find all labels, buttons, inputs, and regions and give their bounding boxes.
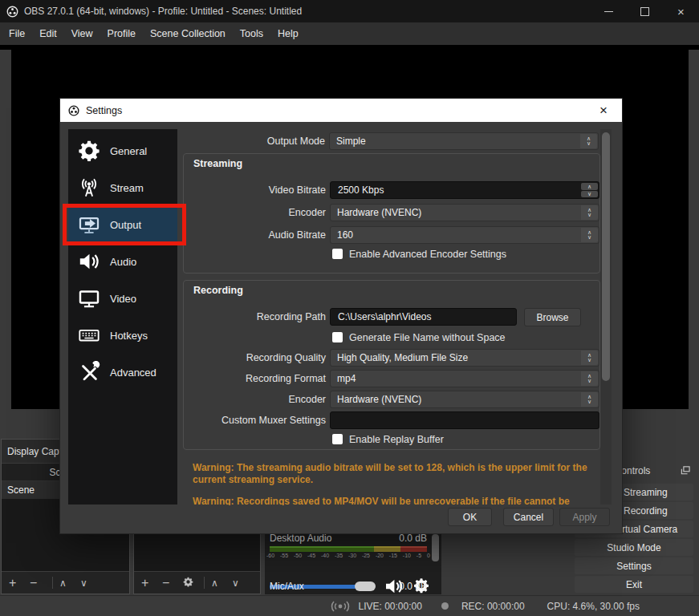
dropdown-chevrons-icon[interactable]: ∧∨ bbox=[580, 134, 597, 148]
move-source-up-button[interactable]: ∧ bbox=[211, 577, 232, 590]
sources-toolbar: + − ∧ ∨ bbox=[134, 571, 260, 594]
menu-item-help[interactable]: Help bbox=[270, 22, 306, 45]
rec-dot-icon bbox=[441, 602, 449, 610]
source-properties-gear-icon[interactable] bbox=[183, 577, 202, 590]
custom-muxer-label: Custom Muxer Settings bbox=[192, 411, 326, 429]
speaker-icon bbox=[78, 250, 100, 273]
window-controls: × bbox=[591, 0, 699, 22]
settings-dialog-titlebar: Settings × bbox=[60, 99, 622, 122]
output-mode-label: Output Mode bbox=[185, 132, 325, 150]
generate-filename-checkbox-label: Generate File Name without Space bbox=[349, 332, 506, 343]
recording-group-title: Recording bbox=[193, 285, 243, 296]
custom-muxer-input[interactable] bbox=[330, 411, 599, 429]
close-button[interactable]: × bbox=[663, 0, 699, 22]
close-icon: × bbox=[677, 6, 685, 18]
mic-aux-row: Mic/Aux 0.0 dB bbox=[270, 581, 427, 592]
move-source-down-button[interactable]: ∨ bbox=[232, 577, 253, 590]
replay-buffer-checkbox[interactable] bbox=[332, 434, 343, 444]
settings-dialog-title: Settings bbox=[86, 105, 122, 116]
recording-format-select[interactable]: mp4 ∧∨ bbox=[330, 370, 599, 387]
settings-button[interactable]: Settings bbox=[575, 557, 693, 574]
tools-icon bbox=[78, 361, 100, 383]
keyboard-icon bbox=[78, 324, 100, 346]
recording-quality-select[interactable]: High Quality, Medium File Size ∧∨ bbox=[330, 349, 599, 367]
dropdown-chevrons-icon[interactable]: ∧∨ bbox=[581, 392, 598, 407]
meter-green-segment bbox=[270, 546, 374, 552]
move-scene-down-button[interactable]: ∨ bbox=[80, 577, 101, 590]
menu-item-view[interactable]: View bbox=[64, 22, 100, 45]
desktop-audio-volume-meter bbox=[270, 546, 427, 552]
mic-aux-level: 0.0 dB bbox=[399, 581, 427, 592]
stream-encoder-select[interactable]: Hardware (NVENC) ∧∨ bbox=[330, 204, 599, 221]
dropdown-chevrons-icon[interactable]: ∧∨ bbox=[581, 205, 598, 220]
window-titlebar: OBS 27.0.1 (64-bit, windows) - Profile: … bbox=[0, 0, 699, 22]
status-bar: LIVE: 00:00:00 REC: 00:00:00 CPU: 4.6%, … bbox=[0, 595, 699, 616]
meter-yellow-segment bbox=[374, 546, 400, 552]
desktop-audio-label: Desktop Audio bbox=[270, 533, 331, 544]
advanced-encoder-checkbox[interactable] bbox=[332, 249, 343, 259]
dialog-scrollbar-thumb[interactable] bbox=[602, 132, 610, 381]
generate-filename-checkbox[interactable] bbox=[332, 332, 343, 342]
streaming-group: Streaming Video Bitrate 2500 Kbps ∧∨ Enc… bbox=[183, 153, 600, 274]
video-bitrate-label: Video Bitrate bbox=[192, 181, 326, 199]
recording-quality-label: Recording Quality bbox=[192, 349, 326, 367]
recording-path-input[interactable]: C:\Users\alphr\Videos bbox=[330, 308, 517, 326]
toolbar-separator bbox=[52, 577, 53, 589]
exit-button[interactable]: Exit bbox=[575, 576, 693, 593]
dropdown-chevrons-icon[interactable]: ∧∨ bbox=[581, 371, 598, 386]
menu-item-edit[interactable]: Edit bbox=[32, 22, 64, 45]
obs-logo-icon bbox=[6, 6, 18, 18]
cancel-button[interactable]: Cancel bbox=[503, 508, 554, 526]
sidebar-item-advanced[interactable]: Advanced bbox=[68, 356, 177, 388]
desktop-audio-level: 0.0 dB bbox=[399, 533, 427, 544]
recording-encoder-select[interactable]: Hardware (NVENC) ∧∨ bbox=[330, 391, 599, 408]
dropdown-chevrons-icon[interactable]: ∧∨ bbox=[581, 351, 598, 365]
sidebar-item-stream[interactable]: Stream bbox=[68, 172, 177, 204]
studio-mode-button[interactable]: Studio Mode bbox=[575, 539, 693, 556]
cpu-fps-stats: CPU: 4.6%, 30.00 fps bbox=[547, 601, 640, 612]
add-scene-button[interactable]: + bbox=[9, 577, 30, 590]
output-mode-select[interactable]: Simple ∧∨ bbox=[329, 132, 599, 150]
warning-audio-bitrate: Warning: The streaming audio bitrate wil… bbox=[193, 462, 598, 486]
audio-bitrate-select[interactable]: 160 ∧∨ bbox=[330, 226, 599, 244]
warnings-area: Warning: The streaming audio bitrate wil… bbox=[193, 462, 598, 505]
desktop-audio-row: Desktop Audio 0.0 dB bbox=[270, 533, 427, 544]
window-title: OBS 27.0.1 (64-bit, windows) - Profile: … bbox=[24, 6, 302, 17]
obs-main-window: OBS 27.0.1 (64-bit, windows) - Profile: … bbox=[0, 0, 699, 616]
sidebar-item-general[interactable]: General bbox=[68, 135, 177, 167]
ok-button[interactable]: OK bbox=[448, 508, 492, 526]
menu-item-tools[interactable]: Tools bbox=[233, 22, 270, 45]
meter-red-segment bbox=[400, 546, 427, 552]
maximize-button[interactable] bbox=[627, 0, 663, 22]
minimize-button[interactable] bbox=[591, 0, 627, 22]
sidebar-item-video[interactable]: Video bbox=[68, 282, 177, 314]
mixer-scrollbar[interactable] bbox=[432, 534, 439, 561]
spinner-buttons[interactable]: ∧∨ bbox=[581, 183, 598, 197]
minimize-icon bbox=[604, 11, 613, 12]
settings-dialog: Settings × General Stream Output Audio bbox=[60, 99, 622, 533]
add-source-button[interactable]: + bbox=[141, 577, 162, 590]
rec-time: REC: 00:00:00 bbox=[461, 601, 525, 612]
close-icon: × bbox=[599, 103, 608, 119]
move-scene-up-button[interactable]: ∧ bbox=[59, 577, 80, 590]
video-bitrate-input[interactable]: 2500 Kbps ∧∨ bbox=[330, 181, 599, 199]
dialog-close-button[interactable]: × bbox=[591, 99, 616, 122]
live-time: LIVE: 00:00:00 bbox=[358, 601, 421, 612]
menu-item-profile[interactable]: Profile bbox=[100, 22, 143, 45]
monitor-icon bbox=[78, 287, 100, 310]
menu-item-scene-collection[interactable]: Scene Collection bbox=[143, 22, 233, 45]
sidebar-item-audio[interactable]: Audio bbox=[68, 245, 177, 278]
dropdown-chevrons-icon[interactable]: ∧∨ bbox=[581, 228, 598, 242]
streaming-group-title: Streaming bbox=[193, 158, 242, 169]
settings-sidebar: General Stream Output Audio Video Hotkey… bbox=[68, 129, 177, 505]
remove-scene-button[interactable]: − bbox=[30, 577, 51, 590]
remove-source-button[interactable]: − bbox=[162, 577, 183, 590]
toolbar-separator bbox=[204, 577, 205, 589]
annotation-highlight-box bbox=[63, 204, 186, 245]
menu-item-file[interactable]: File bbox=[2, 22, 32, 45]
sidebar-item-hotkeys[interactable]: Hotkeys bbox=[68, 319, 177, 351]
recording-format-label: Recording Format bbox=[192, 370, 326, 387]
browse-button[interactable]: Browse bbox=[524, 308, 581, 326]
dock-popout-icon[interactable] bbox=[681, 466, 690, 477]
advanced-encoder-checkbox-label: Enable Advanced Encoder Settings bbox=[349, 249, 506, 260]
